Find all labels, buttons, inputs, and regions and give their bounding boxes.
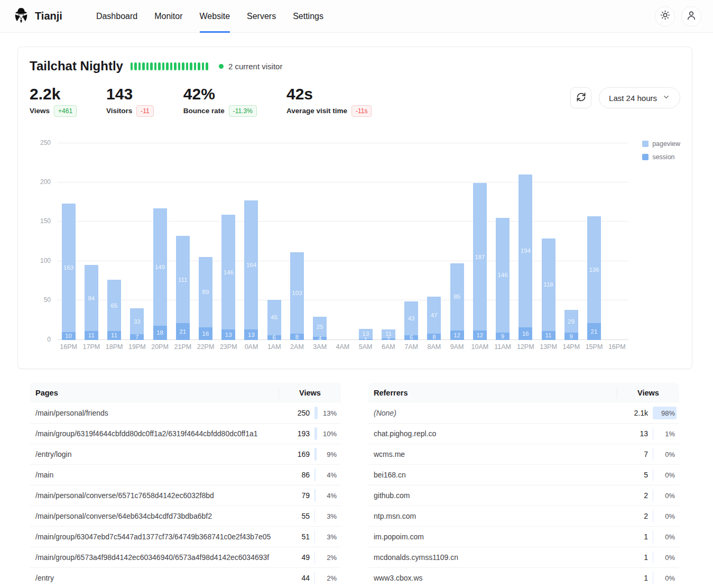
- pageview-segment: 25: [313, 317, 327, 336]
- health-bar-tick: [138, 62, 141, 70]
- chart-plot-area: 0501001502002501631084116511337149181112…: [57, 143, 628, 340]
- bar-20PM: 14918: [149, 143, 171, 340]
- row-percent: 4%: [314, 468, 339, 481]
- health-bar-tick: [150, 62, 153, 70]
- x-axis-tick: 17PM: [80, 343, 103, 351]
- health-bar-tick: [202, 62, 205, 70]
- session-segment: 21: [176, 323, 190, 339]
- bar-3AM: 254: [309, 143, 331, 340]
- page-row[interactable]: /entry/login1699%: [30, 444, 341, 465]
- row-percent: 0%: [653, 510, 677, 522]
- referrers-table-header: Referrers Views: [368, 383, 679, 403]
- row-views: 250: [279, 409, 310, 417]
- nav-item-website[interactable]: Website: [191, 0, 239, 33]
- row-label: www3.cbox.ws: [368, 574, 617, 582]
- referrer-row[interactable]: ntp.msn.com20%: [368, 506, 679, 527]
- stat-delta-badge: +461: [54, 105, 77, 117]
- pageview-segment: 33: [130, 308, 144, 334]
- health-bar-tick: [166, 62, 169, 70]
- page-row[interactable]: /main/personal/friends25013%: [30, 403, 341, 424]
- health-bar-tick: [131, 62, 133, 70]
- bar-23PM: 14613: [217, 143, 240, 340]
- session-segment: 13: [221, 329, 235, 339]
- session-segment: 9: [564, 333, 578, 339]
- session-segment: 12: [450, 330, 464, 340]
- x-axis-tick: 2AM: [285, 343, 308, 351]
- x-axis-tick: 1AM: [263, 343, 285, 351]
- pageview-segment: 89: [199, 257, 212, 327]
- session-segment: 11: [85, 331, 98, 339]
- chart-bars: 1631084116511337149181112189161461316413…: [57, 143, 628, 340]
- nav-item-monitor[interactable]: Monitor: [146, 0, 191, 33]
- page-row[interactable]: /main/personal/converse/6571c7658d4142ec…: [30, 485, 341, 506]
- pageview-segment: 84: [85, 265, 98, 331]
- pageview-segment: 118: [542, 238, 555, 332]
- pageview-segment: 194: [518, 174, 532, 327]
- refresh-button[interactable]: [570, 87, 591, 108]
- row-views: 2: [617, 512, 648, 520]
- session-segment: 6: [267, 335, 281, 340]
- row-percent: 2%: [314, 572, 339, 584]
- row-percent: 4%: [314, 489, 339, 502]
- bar-22PM: 8916: [194, 143, 217, 340]
- y-axis-tick: 200: [40, 178, 51, 186]
- traffic-chart: 0501001502002501631084116511337149181112…: [30, 143, 680, 357]
- referrer-row[interactable]: github.com20%: [368, 485, 679, 506]
- session-segment: 4: [313, 337, 327, 340]
- bar-9AM: 8512: [446, 143, 468, 340]
- referrer-row[interactable]: chat.pighog.repl.co131%: [368, 424, 679, 444]
- row-label: /main/personal/converse/6571c7658d4142ec…: [30, 491, 279, 500]
- row-label: (None): [368, 409, 617, 417]
- percent-value: 2%: [327, 574, 337, 582]
- account-button[interactable]: [681, 6, 701, 26]
- nav-item-settings[interactable]: Settings: [284, 0, 332, 33]
- health-bar-tick: [182, 62, 184, 70]
- stat-label: Average visit time: [286, 107, 347, 115]
- nav-item-dashboard[interactable]: Dashboard: [88, 0, 146, 33]
- session-segment: 6: [404, 335, 418, 340]
- bar-6AM: 112: [377, 143, 400, 340]
- stat-average-visit-time: 42sAverage visit time-11s: [286, 85, 372, 117]
- stat-label: Views: [30, 107, 50, 115]
- x-axis-tick: 10AM: [468, 343, 491, 351]
- bar-5AM: 131: [354, 143, 377, 340]
- page-row[interactable]: /entry442%: [30, 568, 341, 588]
- percent-value: 0%: [665, 492, 675, 500]
- brand[interactable]: Tianji: [12, 6, 62, 27]
- bar-14PM: 299: [560, 143, 582, 340]
- page-row[interactable]: /main864%: [30, 465, 341, 485]
- pages-table-header: Pages Views: [30, 383, 341, 403]
- row-label: mcdonalds.cymss1109.cn: [368, 553, 617, 562]
- x-axis-tick: 5AM: [354, 343, 377, 351]
- bar-21PM: 11121: [171, 143, 194, 340]
- chart-x-axis: 16PM17PM18PM19PM20PM21PM22PM23PM0AM1AM2A…: [57, 343, 628, 351]
- referrer-row[interactable]: mcdonalds.cymss1109.cn10%: [368, 547, 679, 568]
- row-percent: 0%: [653, 551, 677, 564]
- referrer-row[interactable]: (None)2.1k98%: [368, 403, 679, 424]
- nav-item-servers[interactable]: Servers: [238, 0, 284, 33]
- page-row[interactable]: /main/group/63047ebd7c5447ad1377cf73/647…: [30, 527, 341, 547]
- bar-8AM: 478: [423, 143, 446, 340]
- row-views: 2.1k: [617, 409, 648, 417]
- date-range-select[interactable]: Last 24 hours: [599, 87, 680, 108]
- referrer-row[interactable]: im.popoim.com10%: [368, 527, 679, 547]
- pageview-segment: 136: [587, 216, 601, 323]
- site-title: Tailchat Nightly: [30, 59, 123, 74]
- referrer-row[interactable]: www3.cbox.ws10%: [368, 568, 679, 588]
- referrer-row[interactable]: bei168.cn50%: [368, 465, 679, 485]
- referrers-views-header-label: Views: [617, 387, 679, 399]
- percent-bar: [314, 407, 318, 419]
- theme-toggle-button[interactable]: [655, 6, 675, 26]
- health-bar-tick: [142, 62, 145, 70]
- row-views: 1: [617, 574, 648, 582]
- page-row[interactable]: /main/group/6573a4f98d4142ec60346940/657…: [30, 547, 341, 568]
- row-percent: 10%: [314, 427, 339, 440]
- row-label: im.popoim.com: [368, 532, 617, 541]
- page-row[interactable]: /main/group/6319f4644cbfdd80dc0ff1a2/631…: [30, 424, 341, 444]
- health-bar-tick: [178, 62, 181, 70]
- referrer-row[interactable]: wcms.me70%: [368, 444, 679, 465]
- x-axis-tick: 21PM: [171, 343, 194, 351]
- percent-bar: [314, 551, 315, 564]
- bar-4AM: [331, 143, 354, 340]
- page-row[interactable]: /main/personal/converse/64eb634cb4cdfd73…: [30, 506, 341, 527]
